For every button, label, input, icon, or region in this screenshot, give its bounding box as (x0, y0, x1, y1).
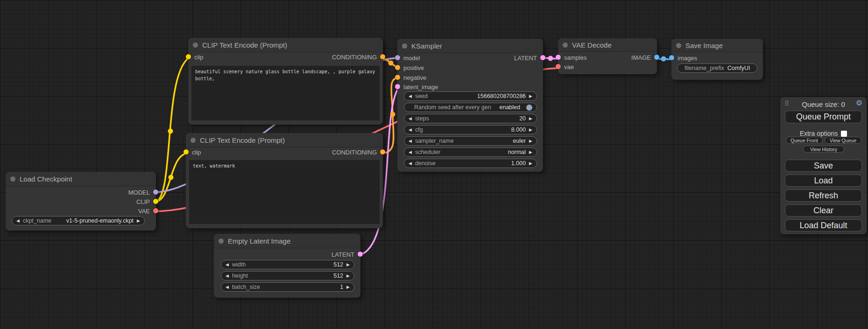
node-title-bar[interactable]: CLIP Text Encode (Prompt) (186, 133, 383, 147)
next-arrow-icon[interactable]: ▶ (529, 117, 532, 121)
samples-input-row: samples IMAGE (558, 53, 657, 62)
prev-arrow-icon[interactable]: ◀ (409, 150, 412, 154)
model-port[interactable] (153, 189, 158, 195)
view-queue-button[interactable]: View Queue (825, 137, 861, 144)
image-port[interactable] (669, 55, 674, 60)
node-title: CLIP Text Encode (Prompt) (200, 136, 285, 144)
port-label: vae (564, 63, 574, 70)
collapse-dot-icon[interactable] (219, 238, 224, 244)
collapse-dot-icon[interactable] (402, 43, 407, 49)
queue-front-button[interactable]: Queue Front (786, 137, 823, 144)
collapse-dot-icon[interactable] (10, 176, 15, 182)
prev-arrow-icon[interactable]: ◀ (16, 219, 20, 223)
next-arrow-icon[interactable]: ▶ (137, 219, 140, 223)
node-save-image[interactable]: Save Image images filename_prefix ComfyU… (671, 39, 763, 80)
port-label: CLIP (136, 198, 150, 205)
cfg-widget[interactable]: ◀ cfg 8.000 ▶ (404, 125, 537, 134)
node-title-bar[interactable]: VAE Decode (558, 38, 657, 51)
negative-prompt-textarea[interactable]: text, watermark (189, 160, 380, 224)
height-widget[interactable]: ◀ height 512 ▶ (221, 271, 354, 280)
widget-value: 1 (340, 284, 343, 290)
conditioning-port[interactable] (380, 149, 385, 154)
node-clip-text-encode-negative[interactable]: CLIP Text Encode (Prompt) clip CONDITION… (186, 133, 383, 228)
positive-prompt-textarea[interactable]: beautiful scenery nature glass bottle la… (191, 66, 380, 120)
vae-port[interactable] (556, 64, 561, 69)
load-button[interactable]: Load (785, 175, 862, 187)
clip-port[interactable] (183, 149, 189, 154)
node-ksampler[interactable]: KSampler model LATENT positive negative … (397, 39, 543, 172)
node-title-bar[interactable]: Save Image (671, 39, 763, 52)
port-label: clip (194, 54, 204, 61)
latent-port[interactable] (540, 55, 545, 60)
node-title-bar[interactable]: Empty Latent Image (214, 234, 360, 248)
clear-button[interactable]: Clear (785, 204, 862, 217)
random-seed-widget[interactable]: Random seed after every gen enabled (404, 103, 537, 112)
prev-arrow-icon[interactable]: ◀ (409, 94, 412, 98)
prev-arrow-icon[interactable]: ◀ (226, 263, 229, 267)
link-dot (169, 175, 174, 180)
prev-arrow-icon[interactable]: ◀ (409, 117, 412, 121)
next-arrow-icon[interactable]: ▶ (529, 150, 532, 154)
port-label: LATENT (332, 251, 354, 258)
save-button[interactable]: Save (785, 160, 862, 172)
node-title-bar[interactable]: Load Checkpoint (6, 172, 156, 186)
load-default-button[interactable]: Load Default (785, 219, 862, 231)
seed-widget[interactable]: ◀ seed 156680208700286 ▶ (404, 91, 537, 101)
widget-value: 156680208700286 (477, 93, 526, 99)
next-arrow-icon[interactable]: ▶ (529, 94, 532, 98)
denoise-widget[interactable]: ◀ denoise 1.000 ▶ (404, 159, 537, 168)
queue-prompt-button[interactable]: Queue Prompt (785, 111, 862, 123)
clip-port[interactable] (186, 54, 191, 59)
queue-size-label: Queue size: 0 (780, 100, 867, 108)
clip-port[interactable] (153, 199, 158, 204)
next-arrow-icon[interactable]: ▶ (529, 128, 532, 132)
node-title-bar[interactable]: CLIP Text Encode (Prompt) (188, 38, 383, 52)
latent-image-input-row: latent_image (397, 82, 543, 91)
latent-port[interactable] (395, 84, 400, 89)
latent-port[interactable] (358, 252, 363, 257)
refresh-button[interactable]: Refresh (785, 189, 862, 202)
port-label: MODEL (128, 189, 150, 196)
prev-arrow-icon[interactable]: ◀ (226, 285, 229, 289)
node-empty-latent-image[interactable]: Empty Latent Image LATENT ◀ width 512 ▶ … (214, 234, 360, 298)
next-arrow-icon[interactable]: ▶ (346, 285, 350, 289)
extra-options-checkbox[interactable] (841, 131, 847, 137)
prev-arrow-icon[interactable]: ◀ (409, 128, 412, 132)
next-arrow-icon[interactable]: ▶ (346, 263, 350, 267)
width-widget[interactable]: ◀ width 512 ▶ (221, 260, 354, 269)
view-history-button[interactable]: View History (803, 146, 844, 153)
scheduler-widget[interactable]: ◀ scheduler normal ▶ (404, 147, 537, 157)
node-load-checkpoint[interactable]: Load Checkpoint MODEL CLIP VAE ◀ ckpt_na… (6, 172, 156, 231)
collapse-dot-icon[interactable] (193, 42, 198, 48)
node-clip-text-encode-positive[interactable]: CLIP Text Encode (Prompt) clip CONDITION… (188, 38, 383, 125)
prev-arrow-icon[interactable]: ◀ (226, 274, 229, 278)
vae-port[interactable] (153, 208, 158, 213)
node-graph-canvas[interactable]: Load Checkpoint MODEL CLIP VAE ◀ ckpt_na… (0, 0, 868, 329)
next-arrow-icon[interactable]: ▶ (346, 274, 350, 278)
widget-value: normal (508, 149, 526, 155)
collapse-dot-icon[interactable] (563, 42, 568, 48)
batch-size-widget[interactable]: ◀ batch_size 1 ▶ (221, 282, 354, 292)
conditioning-port[interactable] (395, 65, 400, 70)
ckpt-name-widget[interactable]: ◀ ckpt_name v1-5-pruned-emaonly.ckpt ▶ (12, 216, 145, 225)
prev-arrow-icon[interactable]: ◀ (409, 161, 412, 166)
prev-arrow-icon[interactable]: ◀ (409, 139, 412, 143)
model-port[interactable] (395, 55, 400, 60)
steps-widget[interactable]: ◀ steps 20 ▶ (404, 114, 537, 123)
image-port[interactable] (654, 55, 659, 60)
next-arrow-icon[interactable]: ▶ (529, 161, 532, 166)
node-vae-decode[interactable]: VAE Decode samples IMAGE vae (558, 38, 657, 74)
collapse-dot-icon[interactable] (191, 138, 196, 143)
gear-icon[interactable]: ⚙ (856, 99, 862, 107)
link-clip-to-positive-prompt (154, 58, 188, 202)
conditioning-port[interactable] (380, 54, 385, 59)
sampler-name-widget[interactable]: ◀ sampler_name euler ▶ (404, 136, 537, 146)
node-title-bar[interactable]: KSampler (397, 39, 543, 53)
latent-port[interactable] (556, 55, 561, 60)
next-arrow-icon[interactable]: ▶ (529, 139, 532, 143)
filename-prefix-widget[interactable]: filename_prefix ComfyUI (677, 63, 757, 73)
collapse-dot-icon[interactable] (676, 43, 681, 48)
widget-label: scheduler (415, 149, 440, 155)
toggle-icon[interactable] (526, 105, 532, 111)
conditioning-port[interactable] (395, 75, 400, 80)
